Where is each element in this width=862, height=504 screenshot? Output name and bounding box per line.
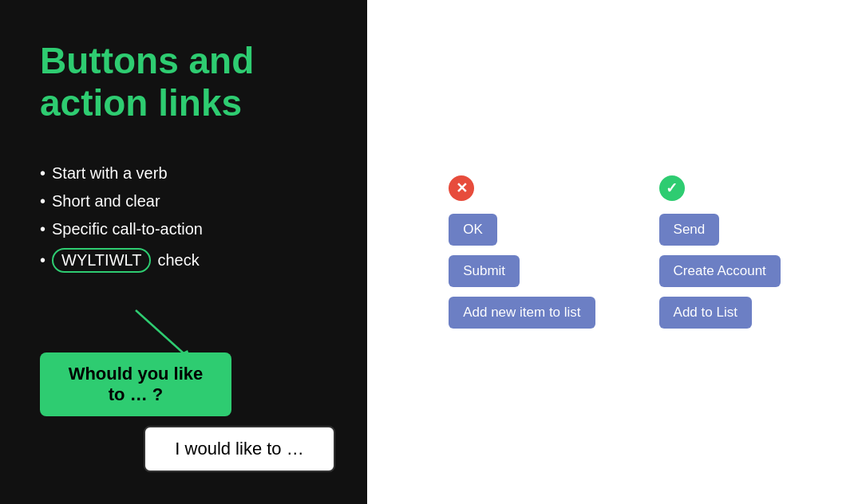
add-new-item-button[interactable]: Add new item to list — [449, 297, 595, 329]
add-to-list-button[interactable]: Add to List — [659, 297, 752, 329]
bottom-buttons: Whould you like to … ? I would like to … — [40, 352, 335, 472]
create-account-button[interactable]: Create Account — [659, 255, 781, 287]
send-button[interactable]: Send — [659, 214, 720, 246]
bullet-item-wyltiwlt: WYLTIWLT check — [40, 248, 335, 273]
wyltiwlt-circle: WYLTIWLT — [52, 248, 151, 273]
arrow-icon — [88, 306, 216, 370]
submit-button[interactable]: Submit — [449, 255, 520, 287]
bad-status-icon: ✕ — [449, 175, 474, 201]
bullet-item-specific: Specific call-to-action — [40, 220, 335, 238]
good-column: ✓ Send Create Account Add to List — [659, 175, 781, 329]
arrow-container — [88, 306, 335, 352]
good-status-icon: ✓ — [659, 175, 685, 201]
bad-column: ✕ OK Submit Add new item to list — [449, 175, 595, 329]
ok-button[interactable]: OK — [449, 214, 497, 246]
bullet-item-short: Short and clear — [40, 192, 335, 211]
bullet-item-verb: Start with a verb — [40, 164, 335, 183]
i-would-like-button[interactable]: I would like to … — [144, 426, 335, 472]
left-panel: Buttons and action links Start with a ve… — [0, 0, 367, 504]
right-panel: ✕ OK Submit Add new item to list ✓ Send … — [367, 0, 862, 504]
bullet-list: Start with a verb Short and clear Specif… — [40, 164, 335, 282]
page-title: Buttons and action links — [40, 40, 335, 124]
